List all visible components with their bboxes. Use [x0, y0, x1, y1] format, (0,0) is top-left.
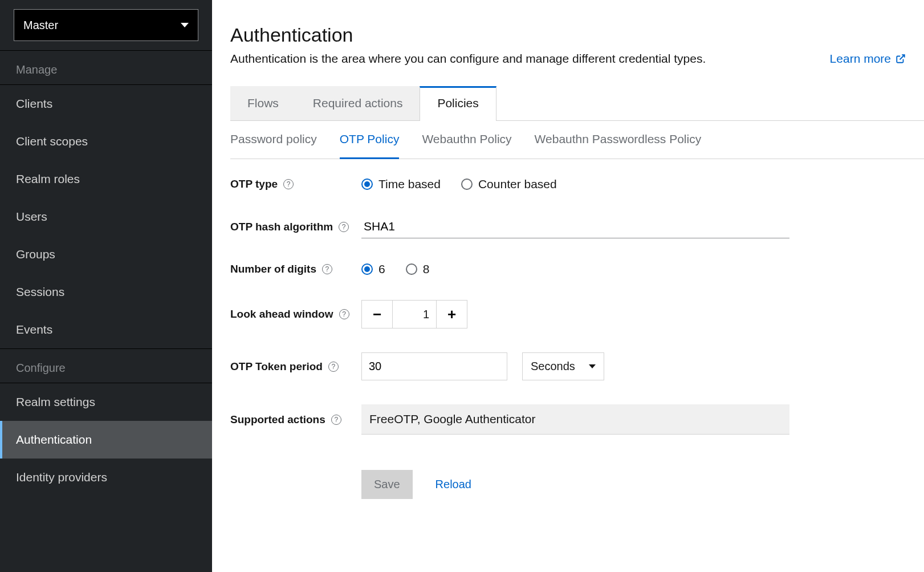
radio-icon — [361, 263, 373, 275]
sidebar-item-clients[interactable]: Clients — [0, 85, 212, 123]
sidebar-item-sessions[interactable]: Sessions — [0, 273, 212, 311]
radio-icon — [461, 179, 473, 190]
sidebar-item-realm-settings[interactable]: Realm settings — [0, 383, 212, 421]
sidebar-item-users[interactable]: Users — [0, 198, 212, 236]
subtab-password-policy[interactable]: Password policy — [230, 121, 317, 159]
subtab-webauthn-passwordless[interactable]: Webauthn Passwordless Policy — [535, 121, 702, 159]
label-token-period: OTP Token period ? — [230, 360, 361, 373]
help-icon[interactable]: ? — [339, 222, 349, 232]
subtab-otp-policy[interactable]: OTP Policy — [340, 121, 400, 159]
radio-digits-6[interactable]: 6 — [361, 262, 385, 276]
page-description: Authentication is the area where you can… — [230, 52, 706, 66]
nav-section-configure: Configure — [0, 349, 212, 383]
hash-algorithm-input[interactable] — [361, 215, 789, 238]
stepper-plus-button[interactable]: + — [436, 301, 467, 328]
tab-required-actions[interactable]: Required actions — [296, 86, 420, 120]
tabs-primary: Flows Required actions Policies — [230, 86, 924, 121]
token-period-input[interactable] — [361, 352, 507, 380]
sidebar-item-authentication[interactable]: Authentication — [0, 421, 212, 459]
svg-line-0 — [900, 55, 905, 59]
reload-button[interactable]: Reload — [435, 478, 471, 491]
label-otp-type: OTP type ? — [230, 178, 361, 190]
realm-selected: Master — [23, 19, 58, 32]
sidebar: Master Manage Clients Client scopes Real… — [0, 0, 212, 572]
help-icon[interactable]: ? — [339, 309, 349, 319]
help-icon[interactable]: ? — [283, 179, 294, 189]
help-icon[interactable]: ? — [328, 362, 339, 372]
stepper-minus-button[interactable]: − — [362, 301, 393, 328]
nav-section-manage: Manage — [0, 51, 212, 84]
sidebar-item-identity-providers[interactable]: Identity providers — [0, 459, 212, 496]
label-hash-algorithm: OTP hash algorithm ? — [230, 221, 361, 233]
sidebar-item-client-scopes[interactable]: Client scopes — [0, 123, 212, 160]
sidebar-item-groups[interactable]: Groups — [0, 236, 212, 273]
chevron-down-icon — [589, 364, 596, 368]
main-content: Authentication Authentication is the are… — [212, 0, 924, 572]
tab-flows[interactable]: Flows — [230, 86, 296, 120]
otp-type-radio-group: Time based Counter based — [361, 177, 557, 191]
look-ahead-stepper: − 1 + — [361, 300, 467, 328]
radio-digits-8[interactable]: 8 — [406, 262, 430, 276]
label-supported-actions: Supported actions ? — [230, 413, 361, 426]
chevron-down-icon — [181, 23, 189, 27]
external-link-icon — [895, 54, 906, 64]
radio-time-based[interactable]: Time based — [361, 177, 441, 191]
subtab-webauthn-policy[interactable]: Webauthn Policy — [422, 121, 511, 159]
page-title: Authentication — [230, 24, 906, 46]
radio-icon — [361, 179, 373, 190]
realm-selector[interactable]: Master — [14, 9, 198, 41]
stepper-value[interactable]: 1 — [393, 301, 436, 328]
supported-actions-input — [361, 404, 789, 435]
otp-policy-form: OTP type ? Time based Counter based OTP … — [230, 159, 924, 499]
sidebar-item-realm-roles[interactable]: Realm roles — [0, 160, 212, 198]
digits-radio-group: 6 8 — [361, 262, 429, 276]
sidebar-item-events[interactable]: Events — [0, 311, 212, 348]
save-button[interactable]: Save — [361, 470, 413, 499]
label-look-ahead: Look ahead window ? — [230, 308, 361, 321]
help-icon[interactable]: ? — [322, 264, 332, 274]
tabs-secondary: Password policy OTP Policy Webauthn Poli… — [230, 121, 924, 159]
learn-more-link[interactable]: Learn more — [830, 52, 906, 66]
tab-policies[interactable]: Policies — [420, 86, 496, 121]
radio-counter-based[interactable]: Counter based — [461, 177, 557, 191]
learn-more-label: Learn more — [830, 52, 891, 66]
radio-icon — [406, 263, 417, 275]
help-icon[interactable]: ? — [331, 415, 341, 425]
label-number-of-digits: Number of digits ? — [230, 263, 361, 275]
token-period-unit-select[interactable]: Seconds — [522, 352, 604, 380]
